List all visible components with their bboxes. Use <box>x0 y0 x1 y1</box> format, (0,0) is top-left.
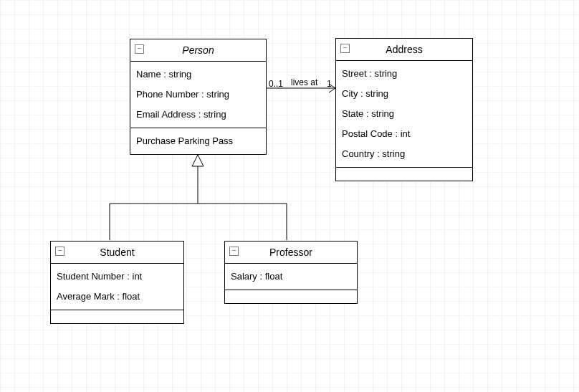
collapse-icon[interactable]: − <box>55 247 64 256</box>
class-person-title: − Person <box>130 39 266 62</box>
collapse-icon[interactable]: − <box>135 44 144 54</box>
class-person-attributes: Name : string Phone Number : string Emai… <box>130 62 266 128</box>
class-student[interactable]: − Student Student Number : int Average M… <box>50 241 184 324</box>
class-professor-operations <box>225 290 357 303</box>
class-attribute: Postal Code : int <box>342 124 466 144</box>
class-student-title: − Student <box>51 242 183 264</box>
class-attribute: Phone Number : string <box>136 85 260 105</box>
class-person[interactable]: − Person Name : string Phone Number : st… <box>130 39 267 155</box>
class-attribute: Country : string <box>342 144 466 164</box>
collapse-icon[interactable]: − <box>229 247 239 256</box>
svg-marker-1 <box>192 155 204 166</box>
class-person-name: Person <box>182 44 214 56</box>
class-address-title: − Address <box>336 39 472 61</box>
class-attribute: Street : string <box>342 64 466 84</box>
class-attribute: City : string <box>342 84 466 104</box>
class-student-name: Student <box>100 247 134 258</box>
connectors <box>0 0 579 392</box>
class-professor-title: − Professor <box>225 242 357 264</box>
class-address-attributes: Street : string City : string State : st… <box>336 61 472 168</box>
class-professor[interactable]: − Professor Salary : float <box>224 241 358 304</box>
class-person-operations: Purchase Parking Pass <box>130 128 266 154</box>
class-address-operations <box>336 168 472 181</box>
class-attribute: Salary : float <box>231 267 351 287</box>
class-address[interactable]: − Address Street : string City : string … <box>335 38 473 181</box>
class-attribute: Student Number : int <box>57 267 178 287</box>
class-professor-name: Professor <box>269 247 312 258</box>
class-professor-attributes: Salary : float <box>225 264 357 290</box>
class-operation: Purchase Parking Pass <box>136 131 260 151</box>
class-attribute: Name : string <box>136 64 260 85</box>
assoc-dst-multiplicity: 1 <box>327 79 332 89</box>
assoc-src-multiplicity: 0..1 <box>269 79 283 89</box>
generalization-person <box>110 155 287 240</box>
collapse-icon[interactable]: − <box>340 44 350 53</box>
class-attribute: State : string <box>342 104 466 124</box>
class-address-name: Address <box>386 44 422 55</box>
class-student-attributes: Student Number : int Average Mark : floa… <box>51 264 183 310</box>
assoc-name-label: lives at <box>291 77 317 87</box>
class-student-operations <box>51 310 183 323</box>
class-attribute: Email Address : string <box>136 105 260 125</box>
class-attribute: Average Mark : float <box>57 287 178 307</box>
